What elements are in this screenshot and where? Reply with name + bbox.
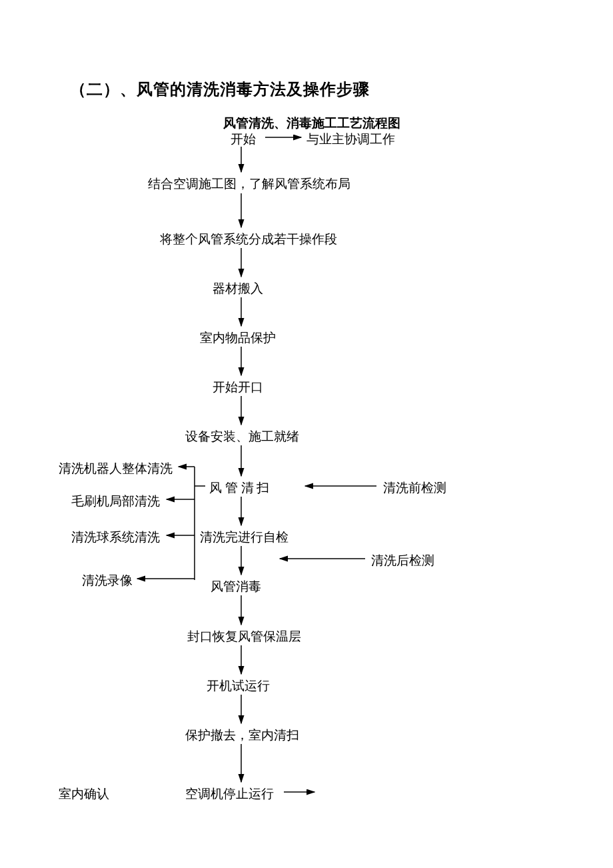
node-step9: 风管消毒 [211,578,261,595]
flowchart-page: （二）、风管的清洗消毒方法及操作步骤 风管清洗、消毒施工工艺流程图 开始 与业主… [0,0,613,868]
node-side-left1: 清洗机器人整体清洗 [59,460,173,477]
section-title: （二）、风管的清洗消毒方法及操作步骤 [70,79,370,100]
node-side-left3: 清洗球系统清洗 [71,529,160,546]
node-side-right1: 清洗前检测 [383,479,446,497]
node-step11: 开机试运行 [207,677,270,695]
node-step3: 器材搬入 [213,280,263,297]
node-step6: 设备安装、施工就绪 [185,428,299,445]
node-side-right2: 清洗后检测 [371,552,434,569]
node-coord: 与业主协调工作 [306,131,395,148]
flow-title: 风管清洗、消毒施工工艺流程图 [223,115,400,132]
node-side-left4: 清洗录像 [82,572,133,589]
node-step5: 开始开口 [213,379,263,396]
node-confirm: 室内确认 [59,785,109,803]
node-step4: 室内物品保护 [200,329,276,347]
node-step2: 将整个风管系统分成若干操作段 [160,231,337,248]
node-step1: 结合空调施工图，了解风管系统布局 [148,175,350,193]
node-side-left2: 毛刷机局部清洗 [71,493,160,510]
node-step10: 封口恢复风管保温层 [187,628,301,645]
node-start: 开始 [231,131,256,148]
node-step7: 风 管 清 扫 [209,479,269,497]
node-step13: 空调机停止运行 [185,785,274,803]
node-step8: 清洗完进行自检 [200,529,289,546]
node-step12: 保护撤去，室内清扫 [185,727,299,744]
